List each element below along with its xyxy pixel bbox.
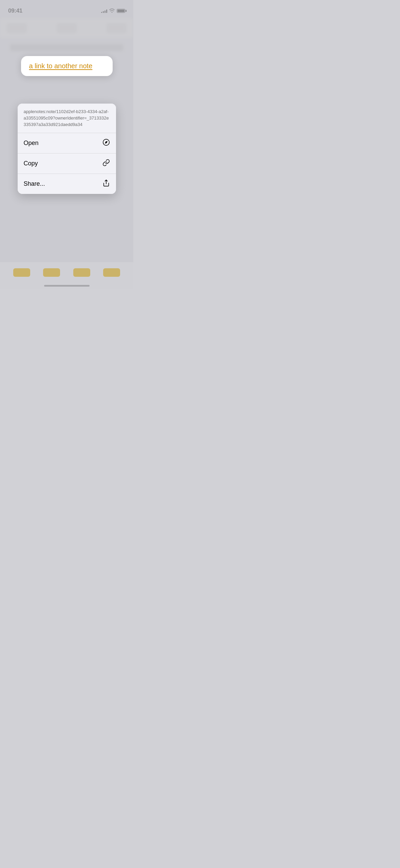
open-label: Open	[24, 140, 39, 147]
link-icon	[102, 159, 110, 168]
context-menu-url-text: applenotes:note/1102d2ef-b233-4334-a2af-…	[24, 109, 109, 127]
context-menu: applenotes:note/1102d2ef-b233-4334-a2af-…	[18, 104, 116, 194]
link-preview-text[interactable]: a link to another note	[29, 62, 93, 70]
home-indicator	[44, 285, 90, 287]
share-icon	[102, 179, 110, 188]
compass-icon	[102, 139, 110, 148]
share-label: Share...	[24, 180, 45, 187]
link-preview-bubble: a link to another note	[21, 56, 113, 76]
context-menu-copy[interactable]: Copy	[18, 153, 116, 174]
svg-marker-1	[105, 141, 108, 144]
copy-label: Copy	[24, 160, 38, 167]
context-menu-url: applenotes:note/1102d2ef-b233-4334-a2af-…	[18, 104, 116, 133]
context-menu-open[interactable]: Open	[18, 133, 116, 153]
context-menu-share[interactable]: Share...	[18, 174, 116, 194]
